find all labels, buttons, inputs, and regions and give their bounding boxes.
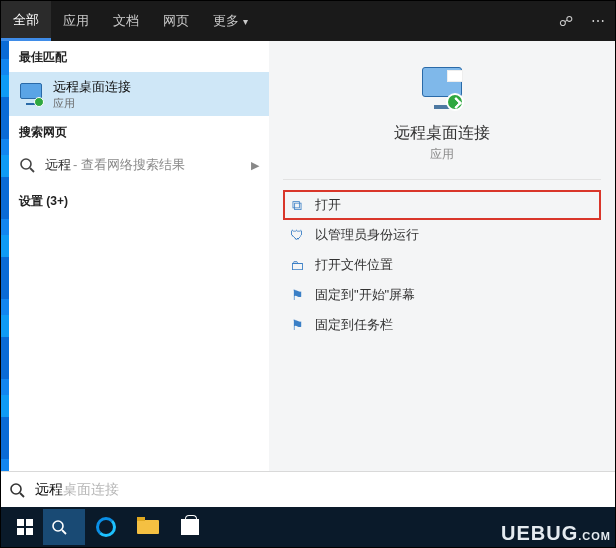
tab-all[interactable]: 全部 [1,1,51,41]
tab-more-label: 更多 [213,12,239,30]
detail-subtitle: 应用 [430,146,454,163]
top-tabs-bar: 全部 应用 文档 网页 更多 ▾ ☍ ⋯ [1,1,615,41]
tab-web[interactable]: 网页 [151,1,201,41]
pin-icon: ⚑ [289,317,305,333]
detail-column: 远程桌面连接 应用 ⧉ 打开 🛡 以管理员身份运行 🗀 打开文件位置 ⚑ [269,41,615,471]
search-bar[interactable]: 远程桌面连接 [1,471,615,507]
action-run-as-admin[interactable]: 🛡 以管理员身份运行 [283,220,601,250]
search-input[interactable]: 远程桌面连接 [35,481,119,499]
pin-icon: ⚑ [289,287,305,303]
section-search-web: 搜索网页 [9,116,269,147]
shield-icon: 🛡 [289,227,305,243]
best-match-title: 远程桌面连接 [53,78,131,96]
start-button[interactable] [7,509,43,545]
taskbar-search-button[interactable] [43,509,85,545]
action-run-admin-label: 以管理员身份运行 [315,226,419,244]
svg-point-4 [53,521,63,531]
web-search-term: 远程 [45,156,71,174]
tab-more[interactable]: 更多 ▾ [201,1,260,41]
action-pin-taskbar-label: 固定到任务栏 [315,316,393,334]
best-match-item[interactable]: 远程桌面连接 应用 [9,72,269,116]
search-input-suggestion: 桌面连接 [63,481,119,497]
edge-icon [96,517,116,537]
more-options-icon[interactable]: ⋯ [591,13,605,29]
taskbar-file-explorer[interactable] [127,509,169,545]
watermark-dom: .COM [578,530,611,542]
chevron-down-icon: ▾ [243,16,248,27]
feedback-icon[interactable]: ☍ [559,13,573,29]
folder-location-icon: 🗀 [289,257,305,273]
open-icon: ⧉ [289,197,305,214]
action-pin-start-label: 固定到"开始"屏幕 [315,286,415,304]
section-settings[interactable]: 设置 (3+) [9,183,269,216]
svg-point-0 [21,159,31,169]
taskbar-edge[interactable] [85,509,127,545]
rdp-app-icon-large [418,65,466,113]
action-pin-taskbar[interactable]: ⚑ 固定到任务栏 [283,310,601,340]
left-desktop-strip [1,41,9,471]
web-search-item[interactable]: 远程 - 查看网络搜索结果 ▶ [9,147,269,183]
svg-line-5 [62,530,66,534]
watermark-brand: UEBUG [501,522,578,545]
search-icon [19,157,35,173]
search-icon [51,519,67,535]
tab-apps[interactable]: 应用 [51,1,101,41]
action-pin-start[interactable]: ⚑ 固定到"开始"屏幕 [283,280,601,310]
detail-title: 远程桌面连接 [394,123,490,144]
svg-point-2 [11,484,21,494]
windows-logo-icon [17,519,33,535]
best-match-subtitle: 应用 [53,96,131,111]
taskbar: UEBUG.COM [1,507,615,547]
action-open-location-label: 打开文件位置 [315,256,393,274]
search-input-typed: 远程 [35,481,63,497]
web-search-hint: - 查看网络搜索结果 [73,156,185,174]
search-icon [9,482,25,498]
detail-header: 远程桌面连接 应用 [277,59,607,179]
rdp-app-icon [19,82,43,106]
action-open-label: 打开 [315,196,341,214]
svg-line-3 [20,493,24,497]
section-best-match: 最佳匹配 [9,41,269,72]
folder-icon [137,520,159,534]
results-column: 最佳匹配 远程桌面连接 应用 搜索网页 远程 - 查看网络搜索结果 ▶ [9,41,269,471]
watermark: UEBUG.COM [501,522,611,545]
separator [283,179,601,180]
taskbar-store[interactable] [169,509,211,545]
tab-docs[interactable]: 文档 [101,1,151,41]
svg-line-1 [30,168,34,172]
main-area: 最佳匹配 远程桌面连接 应用 搜索网页 远程 - 查看网络搜索结果 ▶ [9,41,615,471]
store-icon [181,519,199,535]
chevron-right-icon: ▶ [251,159,259,172]
tabs: 全部 应用 文档 网页 更多 ▾ [1,1,260,41]
actions-list: ⧉ 打开 🛡 以管理员身份运行 🗀 打开文件位置 ⚑ 固定到"开始"屏幕 ⚑ [277,190,607,340]
action-open-location[interactable]: 🗀 打开文件位置 [283,250,601,280]
action-open[interactable]: ⧉ 打开 [283,190,601,220]
